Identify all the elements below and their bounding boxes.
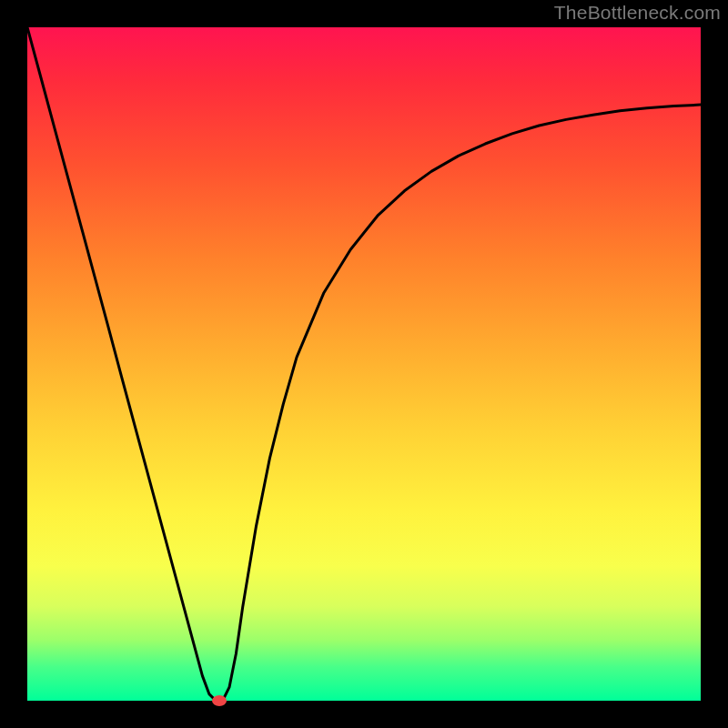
plot-area bbox=[27, 27, 701, 701]
chart-frame: TheBottleneck.com bbox=[0, 0, 728, 728]
watermark-text: TheBottleneck.com bbox=[554, 2, 721, 24]
bottleneck-curve bbox=[27, 27, 701, 701]
optimal-point-marker bbox=[212, 695, 227, 706]
